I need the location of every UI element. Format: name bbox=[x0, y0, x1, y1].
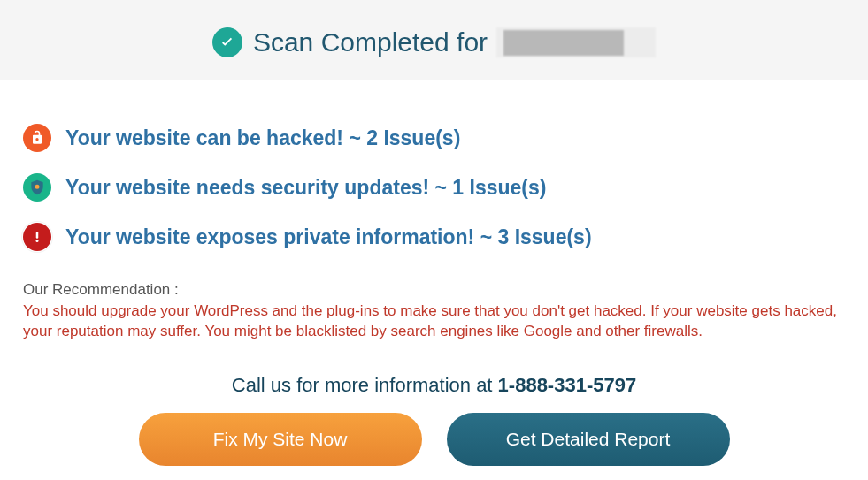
issue-text: Your website can be hacked! ~ 2 Issue(s) bbox=[65, 126, 460, 150]
call-prefix: Call us for more information at bbox=[232, 374, 498, 396]
issue-text: Your website needs security updates! ~ 1… bbox=[65, 176, 546, 200]
site-name-redacted: ████████ bbox=[496, 27, 656, 57]
alert-icon bbox=[23, 223, 51, 251]
recommendation-text: You should upgrade your WordPress and th… bbox=[23, 301, 845, 342]
fix-site-button[interactable]: Fix My Site Now bbox=[139, 413, 422, 466]
unlock-icon bbox=[23, 124, 51, 152]
issue-text: Your website exposes private information… bbox=[65, 225, 592, 249]
scan-header: Scan Completed for ████████ bbox=[0, 0, 868, 80]
detailed-report-button[interactable]: Get Detailed Report bbox=[447, 413, 730, 466]
scan-title: Scan Completed for ████████ bbox=[253, 27, 656, 57]
call-line: Call us for more information at 1-888-33… bbox=[23, 374, 845, 397]
recommendation-block: Our Recommendation : You should upgrade … bbox=[23, 281, 845, 342]
scan-completed-label: Scan Completed for bbox=[253, 27, 488, 57]
scan-header-inner: Scan Completed for ████████ bbox=[212, 27, 656, 57]
button-row: Fix My Site Now Get Detailed Report bbox=[23, 413, 845, 466]
svg-point-2 bbox=[36, 240, 39, 242]
recommendation-label: Our Recommendation : bbox=[23, 281, 845, 299]
svg-point-0 bbox=[35, 185, 40, 189]
shield-icon bbox=[23, 173, 51, 202]
check-icon bbox=[212, 27, 242, 57]
issue-row-updates: Your website needs security updates! ~ 1… bbox=[23, 173, 845, 202]
call-phone: 1-888-331-5797 bbox=[498, 374, 637, 396]
main-content: Your website can be hacked! ~ 2 Issue(s)… bbox=[0, 80, 868, 466]
issue-row-exposes: Your website exposes private information… bbox=[23, 223, 845, 251]
svg-rect-1 bbox=[36, 232, 39, 239]
issue-row-hacked: Your website can be hacked! ~ 2 Issue(s) bbox=[23, 124, 845, 152]
